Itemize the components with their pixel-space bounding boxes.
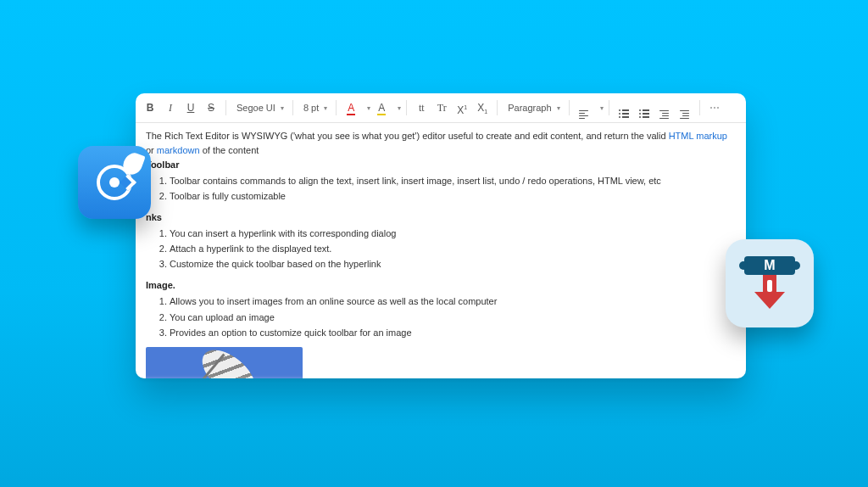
unordered-list-button[interactable] [635,98,654,118]
font-size-value: 8 pt [303,103,319,113]
toolbar-separator [497,100,498,115]
toolbar-separator [699,100,700,115]
font-family-dropdown[interactable]: Segoe UI ▾ [231,98,287,118]
lowercase-button[interactable]: tt [412,98,431,118]
toolbar-separator [569,100,570,115]
uppercase-button[interactable]: Tr [432,98,451,118]
font-size-dropdown[interactable]: 8 pt ▾ [298,98,331,118]
superscript-button[interactable]: X1 [453,98,471,118]
list-item: Provides an option to customize quick to… [170,326,736,340]
ordered-list-button[interactable] [615,98,633,118]
toolbar-separator [336,100,337,115]
links-feature-list: You can insert a hyperlink with its corr… [146,227,736,271]
section-heading-links: nks [146,212,162,222]
strikethrough-button[interactable]: S [202,98,220,118]
chevron-down-icon[interactable]: ▾ [398,104,401,112]
align-left-button[interactable] [575,98,593,118]
paragraph-format-dropdown[interactable]: Paragraph ▾ [503,98,563,118]
markdown-download-icon: M [743,253,797,314]
toolbar-feature-list: Toolbar contains commands to align the t… [146,174,736,204]
subscript-button[interactable]: X1 [473,98,492,118]
chevron-down-icon: ▾ [324,104,327,112]
toolbar-separator [609,100,609,115]
outdent-button[interactable] [655,98,674,118]
markdown-app-icon: M [726,239,814,327]
list-item: You can upload an image [170,311,736,325]
editor-content[interactable]: The Rich Text Editor is WYSIWYG ('what y… [136,122,746,378]
font-family-value: Segoe UI [236,103,275,113]
list-item: Attach a hyperlink to the displayed text… [170,242,736,256]
at-flame-icon [92,160,137,205]
section-heading-image: Image. [146,280,175,290]
toolbar-separator [292,100,293,115]
markdown-link[interactable]: markdown [157,145,200,155]
image-feature-list: Allows you to insert images from an onli… [146,294,736,339]
toolbar-separator [225,100,226,115]
rich-text-editor-panel: B I U S Segoe UI ▾ 8 pt ▾ A ▾ A ▾ tt Tr … [136,93,746,378]
list-item: Toolbar contains commands to align the t… [170,174,736,188]
inserted-image[interactable] [146,347,303,378]
chevron-down-icon: ▾ [557,104,560,112]
chevron-down-icon[interactable]: ▾ [600,104,604,112]
editor-toolbar: B I U S Segoe UI ▾ 8 pt ▾ A ▾ A ▾ tt Tr … [136,93,746,123]
html-markup-link[interactable]: HTML markup [669,131,727,141]
list-item: Allows you to insert images from an onli… [170,294,736,309]
underline-button[interactable]: U [181,98,200,118]
chevron-down-icon: ▾ [281,104,284,112]
chevron-down-icon[interactable]: ▾ [367,104,370,112]
font-color-button[interactable]: A [342,98,360,118]
italic-button[interactable]: I [161,98,180,118]
highlight-color-button[interactable]: A [372,98,391,118]
list-item: You can insert a hyperlink with its corr… [170,227,736,241]
toolbar-overflow-button[interactable]: ⋯ [705,98,724,118]
blazor-app-icon [78,146,151,219]
bold-button[interactable]: B [141,98,159,118]
intro-paragraph: The Rich Text Editor is WYSIWYG ('what y… [146,129,736,158]
toolbar-separator [406,100,407,115]
list-item: Toolbar is fully customizable [170,189,736,204]
indent-button[interactable] [676,98,694,118]
list-item: Customize the quick toolbar based on the… [170,257,736,271]
paragraph-format-value: Paragraph [508,103,551,113]
